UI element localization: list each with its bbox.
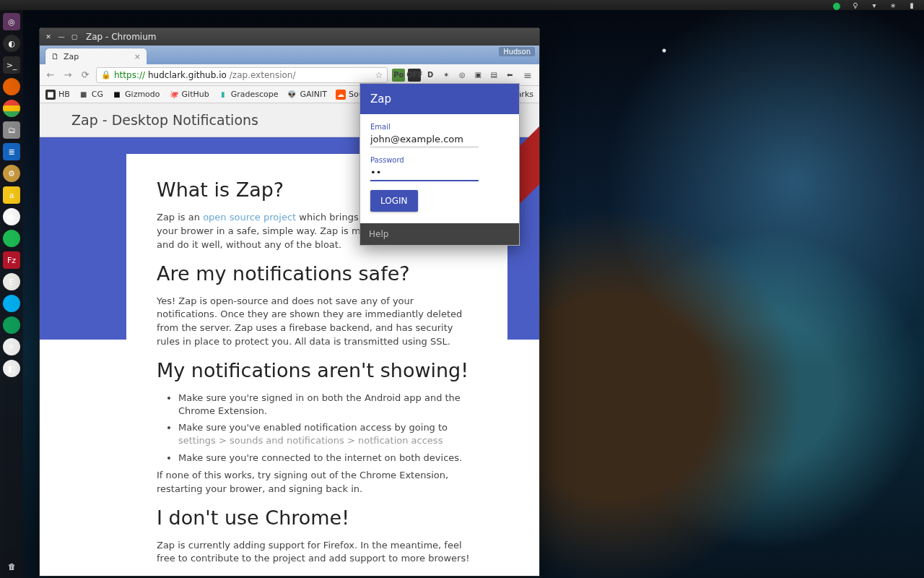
popup-body: Email Password LOGIN xyxy=(360,114,519,223)
url-scheme: https:// xyxy=(114,70,145,80)
launcher-settings[interactable]: ⚙ xyxy=(3,165,20,182)
profile-badge[interactable]: Hudson xyxy=(499,47,535,56)
bulb-icon[interactable]: ♀ xyxy=(850,0,860,10)
section-paragraph: If none of this works, try signing out o… xyxy=(157,469,477,496)
bookmark-gainit[interactable]: 👽GAINIT xyxy=(287,90,327,100)
launcher-skype[interactable] xyxy=(3,295,20,312)
bookmark-favicon-icon: 🐙 xyxy=(169,90,179,100)
launcher-spotify[interactable] xyxy=(3,230,20,247)
trash-icon[interactable]: 🗑 xyxy=(3,558,20,575)
address-bar[interactable]: 🔒 https://hudclark.github.io/zap.extensi… xyxy=(96,67,388,83)
battery-icon[interactable]: ▮ xyxy=(907,0,917,10)
launcher-app-dawn[interactable]: ☀ xyxy=(3,338,20,355)
ext-ghostery-icon[interactable]: ◎ xyxy=(456,69,468,82)
launcher-color[interactable]: ◧ xyxy=(3,360,20,377)
email-field-group: Email xyxy=(370,123,509,147)
bookmark-favicon-icon: ■ xyxy=(79,90,89,100)
window-titlebar[interactable]: ✕ — ▢ Zap - Chromium xyxy=(40,28,539,46)
url-path: /zap.extension/ xyxy=(230,70,296,80)
bookmark-favicon-icon: ☁ xyxy=(336,90,346,100)
password-field-group: Password xyxy=(370,156,509,181)
gnome-top-panel: ● ♀ ▾ ∗ ▮ xyxy=(0,0,924,10)
ext-off-icon[interactable]: OFF xyxy=(408,69,421,82)
email-label: Email xyxy=(370,123,509,131)
launcher-amazon[interactable]: a xyxy=(3,186,20,204)
password-label: Password xyxy=(370,156,509,164)
maximize-window-icon[interactable]: ▢ xyxy=(70,33,79,41)
section-paragraph: Zap is currently adding support for Fire… xyxy=(157,539,477,566)
bookmark-favicon-icon: ■ xyxy=(112,90,122,100)
forward-button[interactable]: → xyxy=(61,69,74,80)
bookmark-label: GAINIT xyxy=(300,90,327,99)
launcher-hangouts[interactable] xyxy=(3,316,20,334)
launcher-writer[interactable]: ≣ xyxy=(3,143,20,160)
email-input[interactable] xyxy=(370,132,479,147)
list-item: Make sure you're connected to the intern… xyxy=(178,452,477,465)
tab-zap[interactable]: 🗋 Zap × xyxy=(45,48,147,64)
zap-extension-popup: Zap Email Password LOGIN Help xyxy=(359,83,520,246)
chrome-menu-icon[interactable]: ≡ xyxy=(520,69,535,81)
open-source-link[interactable]: open source project xyxy=(203,212,296,223)
bookmark-favicon-icon: ■ xyxy=(45,90,56,100)
launcher-reddit[interactable]: ● xyxy=(3,208,20,225)
login-button[interactable]: LOGIN xyxy=(370,190,418,212)
launcher-files[interactable]: 🗂 xyxy=(3,121,20,139)
section-heading: My notifications aren't showing! xyxy=(157,359,477,381)
ext-po-icon[interactable]: Po xyxy=(392,69,405,82)
ext-lastpass-icon[interactable]: ▣ xyxy=(471,69,484,82)
close-window-icon[interactable]: ✕ xyxy=(44,33,53,41)
wifi-icon[interactable]: ▾ xyxy=(869,0,879,10)
launcher-firefox[interactable] xyxy=(3,78,20,95)
bookmark-favicon-icon: 👽 xyxy=(287,90,297,100)
bookmark-favicon-icon: ▮ xyxy=(218,90,228,100)
launcher-filezilla[interactable]: Fz xyxy=(3,251,20,269)
window-title: Zap - Chromium xyxy=(86,32,156,42)
bookmark-cg[interactable]: ■CG xyxy=(79,90,103,100)
bookmark-github[interactable]: 🐙GitHub xyxy=(169,90,209,100)
bookmark-label: Gradescope xyxy=(231,90,279,99)
back-button[interactable]: ← xyxy=(44,69,57,80)
section-paragraph: Yes! Zap is open-source and does not sav… xyxy=(157,295,477,349)
tab-favicon-icon: 🗋 xyxy=(51,52,59,61)
url-host: hudclark.github.io xyxy=(148,70,227,80)
list-item: Make sure you've enabled notification ac… xyxy=(178,421,477,447)
ext-d-icon[interactable]: D xyxy=(424,69,437,82)
tab-close-icon[interactable]: × xyxy=(134,52,141,61)
section-heading: I don't use Chrome! xyxy=(157,506,477,529)
launcher-app-e[interactable]: E xyxy=(3,273,20,290)
ext-pocket-icon[interactable]: ▤ xyxy=(487,69,500,82)
popup-help-link[interactable]: Help xyxy=(360,223,519,245)
bookmark-label: GitHub xyxy=(182,90,209,99)
bookmark-label: HB xyxy=(58,90,70,99)
spotify-indicator-icon[interactable]: ● xyxy=(832,0,842,10)
bookmark-hb[interactable]: ■HB xyxy=(45,90,70,100)
lock-icon: 🔒 xyxy=(101,70,111,79)
extension-icons: Po OFF D ✶ ◎ ▣ ▤ ⬅ xyxy=(392,69,516,82)
bookmark-gradescope[interactable]: ▮Gradescope xyxy=(218,90,279,100)
launcher-ubuntu-dash[interactable]: ◎ xyxy=(3,13,20,30)
tab-strip: 🗋 Zap × Hudson xyxy=(40,46,539,64)
bluetooth-icon[interactable]: ∗ xyxy=(888,0,898,10)
tab-title: Zap xyxy=(64,52,79,61)
list-item: Make sure you're signed in on both the A… xyxy=(178,392,477,418)
bookmark-gizmodo[interactable]: ■Gizmodo xyxy=(112,90,160,100)
launcher-wheel[interactable]: ◐ xyxy=(3,35,20,52)
ext-star-icon[interactable]: ✶ xyxy=(440,69,453,82)
section-heading: Are my notifications safe? xyxy=(157,262,477,285)
bookmark-label: Gizmodo xyxy=(125,90,160,99)
reload-button[interactable]: ⟳ xyxy=(79,69,92,80)
unity-launcher: ◎◐>_🗂≣⚙a●FzE☀◧🗑 xyxy=(0,10,23,578)
popup-title: Zap xyxy=(360,84,519,114)
troubleshoot-list: Make sure you're signed in on both the A… xyxy=(178,392,477,465)
minimize-window-icon[interactable]: — xyxy=(57,33,66,41)
bookmark-label: CG xyxy=(92,90,103,99)
bookmark-star-icon[interactable]: ☆ xyxy=(375,70,383,80)
launcher-chromium[interactable] xyxy=(3,100,20,117)
password-input[interactable] xyxy=(370,165,479,181)
launcher-terminal[interactable]: >_ xyxy=(3,56,20,74)
zap-extension-icon[interactable]: ⬅ xyxy=(503,69,516,82)
